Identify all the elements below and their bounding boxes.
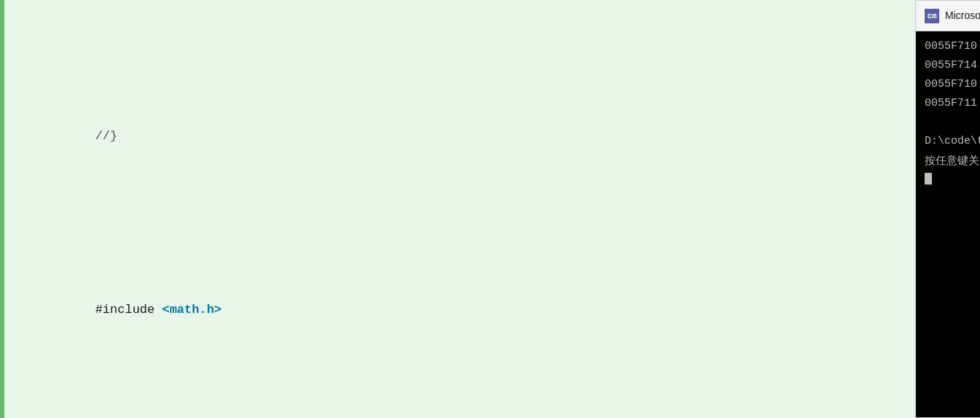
code-content: //} #include <math.h> ⊟ int main() { xyxy=(0,0,458,418)
console-body: 0055F710 0055F714 0055F710 0055F711 D:\c… xyxy=(916,31,980,417)
line-text-1: //} xyxy=(33,99,458,174)
console-titlebar: cm Microsoft Visual Studio 调试控制台 xyxy=(916,1,980,31)
console-empty-line xyxy=(925,113,980,132)
console-output-3: 0055F710 xyxy=(925,75,980,94)
code-line-1: //} xyxy=(0,99,458,174)
console-title: Microsoft Visual Studio 调试控制台 xyxy=(945,9,980,23)
console-output-1: 0055F710 xyxy=(925,37,980,56)
line-text-2: #include <math.h> xyxy=(33,273,458,347)
console-app-icon: cm xyxy=(925,9,939,23)
code-line-2: #include <math.h> xyxy=(0,273,458,347)
console-path-line: D:\code\the-way-of-programming\test_2_9\… xyxy=(925,132,980,151)
code-editor: //} #include <math.h> ⊟ int main() { xyxy=(0,0,458,418)
console-output-2: 0055F714 xyxy=(925,56,980,75)
console-cursor xyxy=(925,173,932,185)
console-icon-text: cm xyxy=(927,12,936,20)
console-close-msg: 按任意键关闭此窗口. . . xyxy=(925,151,980,170)
console-output-4: 0055F711 xyxy=(925,94,980,113)
console-window: cm Microsoft Visual Studio 调试控制台 0055F71… xyxy=(915,0,980,418)
console-cursor-line xyxy=(925,170,980,189)
